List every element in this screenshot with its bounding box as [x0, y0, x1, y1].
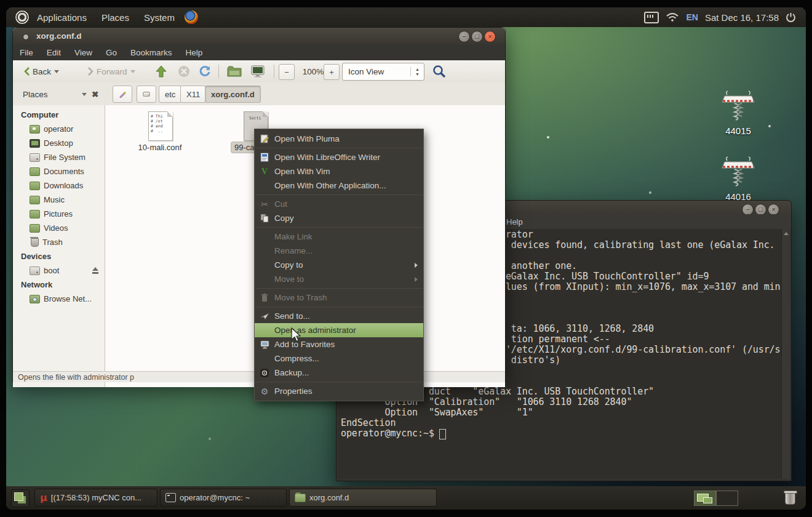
- root-crumb-button[interactable]: [137, 86, 156, 103]
- clock[interactable]: Sat Dec 16, 17:58: [705, 12, 779, 23]
- stop-icon: [178, 65, 190, 78]
- file-preview-text: # Thi # /et # and # ..: [151, 114, 163, 134]
- close-sidebar-button[interactable]: ✖: [88, 86, 102, 103]
- back-button[interactable]: Back: [20, 63, 63, 80]
- file-icon-10-mali[interactable]: # Thi # /et # and # ..: [148, 111, 173, 141]
- sidebar-item-desktop[interactable]: Desktop: [13, 136, 105, 150]
- taskbar-item-terminal[interactable]: operator@mycnc: ~: [160, 489, 287, 507]
- menu-file[interactable]: File: [13, 44, 40, 60]
- menu-item-copy[interactable]: Copy: [255, 211, 423, 225]
- stop-button[interactable]: [174, 63, 194, 80]
- refresh-button[interactable]: [195, 63, 215, 80]
- sidebar-item-operator[interactable]: operator: [13, 122, 105, 136]
- close-icon[interactable]: ×: [484, 31, 496, 42]
- edit-location-button[interactable]: [113, 86, 132, 103]
- zoom-out-button[interactable]: −: [279, 64, 295, 80]
- menu-system[interactable]: System: [137, 7, 182, 27]
- search-button[interactable]: [429, 63, 450, 80]
- sidebar-item-videos[interactable]: Videos: [13, 221, 105, 235]
- menu-item-open-with-vim[interactable]: V Open With Vim: [255, 164, 423, 178]
- workspace-2[interactable]: [716, 491, 738, 506]
- menu-item-backup[interactable]: Backup...: [255, 366, 423, 380]
- computer-icon: [250, 65, 265, 78]
- window-title: xorg.conf.d: [36, 31, 82, 41]
- sidebar-item-trash[interactable]: Trash: [13, 235, 105, 249]
- view-mode-select[interactable]: Icon View ▲▼: [342, 63, 424, 81]
- menu-go[interactable]: Go: [99, 44, 124, 60]
- breadcrumb-x11[interactable]: X11: [180, 86, 206, 103]
- firefox-icon[interactable]: [185, 10, 198, 24]
- no-icon: [260, 354, 269, 364]
- taskbar-item-mycnc[interactable]: µ [(17:58:53) myCNC con...: [34, 489, 157, 507]
- menu-item-send-to[interactable]: Send to...: [255, 309, 423, 323]
- menu-view[interactable]: View: [68, 44, 99, 60]
- sidebar-item-downloads[interactable]: Downloads: [13, 178, 105, 193]
- menu-separator: [255, 307, 423, 307]
- menu-separator: [255, 148, 423, 148]
- menu-item-open-with-writer[interactable]: Open With LibreOffice Writer: [255, 150, 423, 164]
- desktop-icon-44015[interactable]: 44015: [712, 90, 764, 136]
- menu-item-move-to[interactable]: Move to: [255, 272, 423, 286]
- file-label-10-mali[interactable]: 10-mali.conf: [135, 142, 185, 153]
- menu-item-open-with-pluma[interactable]: Open With Pluma: [255, 132, 423, 146]
- menu-places[interactable]: Places: [94, 7, 137, 27]
- forward-button[interactable]: Forward: [84, 63, 139, 80]
- breadcrumb-etc[interactable]: etc: [159, 86, 181, 103]
- menu-edit[interactable]: Edit: [40, 44, 68, 60]
- power-icon[interactable]: [786, 12, 796, 23]
- spinner-icons[interactable]: ▲▼: [410, 67, 424, 76]
- language-indicator[interactable]: EN: [686, 12, 698, 22]
- menu-item-add-to-favorites[interactable]: Add to Favorites: [255, 337, 423, 351]
- terminal-scrollbar[interactable]: [781, 229, 790, 479]
- sidebar-item-boot[interactable]: boot: [13, 263, 105, 278]
- up-button[interactable]: [152, 63, 170, 80]
- wifi-icon[interactable]: [666, 12, 679, 22]
- menu-applications[interactable]: Applications: [30, 7, 94, 27]
- no-icon: [260, 275, 269, 284]
- search-icon: [432, 65, 446, 78]
- back-dropdown-icon[interactable]: [54, 70, 59, 73]
- distro-logo-icon[interactable]: [15, 10, 30, 25]
- mouse-cursor: [289, 327, 303, 343]
- taskbar-item-xorg-conf-d[interactable]: xorg.conf.d: [289, 489, 437, 507]
- sidebar-header-network: Network: [13, 278, 105, 292]
- menu-item-properties[interactable]: ⚙ Properties: [255, 384, 423, 398]
- menu-item-compress[interactable]: Compress...: [255, 351, 423, 366]
- menu-item-make-link[interactable]: Make Link: [255, 230, 423, 244]
- menu-item-cut[interactable]: ✂ Cut: [255, 197, 423, 211]
- desktop-icon-44016[interactable]: 44016: [712, 156, 764, 202]
- sidebar-item-documents[interactable]: Documents: [13, 164, 105, 178]
- menu-item-rename[interactable]: Rename...: [255, 244, 423, 258]
- eject-icon[interactable]: [92, 267, 99, 274]
- sidebar-header-devices: Devices: [13, 249, 105, 263]
- sidebar-item-browse-network[interactable]: Browse Net...: [13, 292, 105, 306]
- zoom-in-button[interactable]: +: [324, 64, 340, 80]
- minimize-icon[interactable]: −: [458, 31, 470, 42]
- backup-icon: [260, 368, 269, 378]
- forward-label: Forward: [97, 67, 127, 76]
- workspace-switcher: [694, 491, 738, 506]
- home-button[interactable]: [223, 63, 245, 80]
- trash-applet-icon[interactable]: [784, 489, 796, 505]
- computer-button[interactable]: [247, 63, 269, 80]
- menu-item-move-to-trash[interactable]: Move to Trash: [255, 291, 423, 305]
- menu-bookmarks[interactable]: Bookmarks: [124, 44, 179, 60]
- fm-location-bar: Places ✖ etc X11 xorg.conf.d: [13, 82, 505, 106]
- sidebar-item-music[interactable]: Music: [13, 193, 105, 207]
- folder-icon: [30, 167, 40, 176]
- keyboard-indicator-icon[interactable]: [644, 12, 659, 23]
- sidebar-item-file-system[interactable]: File System: [13, 150, 105, 164]
- home-folder-icon: [227, 65, 242, 78]
- menu-help[interactable]: Help: [179, 44, 210, 60]
- menu-item-open-as-administrator[interactable]: Open as administrator: [255, 323, 423, 337]
- fm-titlebar[interactable]: xorg.conf.d − □ ×: [13, 28, 505, 44]
- places-select[interactable]: Places: [19, 86, 90, 103]
- show-desktop-button[interactable]: [11, 489, 30, 507]
- folder-icon: [30, 182, 40, 190]
- breadcrumb-xorg-conf-d[interactable]: xorg.conf.d: [205, 86, 261, 103]
- maximize-icon[interactable]: □: [471, 31, 483, 42]
- sidebar-item-pictures[interactable]: Pictures: [13, 207, 105, 221]
- workspace-1[interactable]: [694, 491, 716, 506]
- menu-item-open-with-other[interactable]: Open With Other Application...: [255, 178, 423, 193]
- menu-item-copy-to[interactable]: Copy to: [255, 258, 423, 272]
